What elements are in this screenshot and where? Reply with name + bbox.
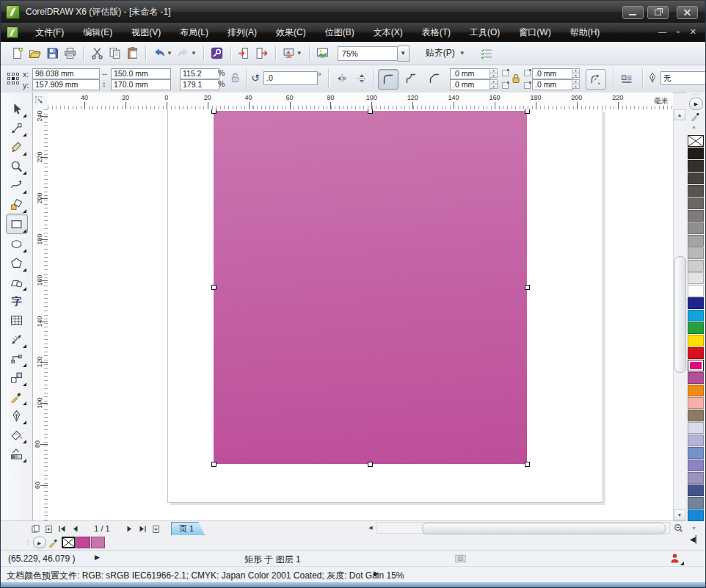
color-swatch[interactable] <box>688 173 704 184</box>
export-button[interactable] <box>253 45 271 62</box>
connector-tool[interactable] <box>7 349 27 368</box>
doc-close-button[interactable]: ✕ <box>690 27 696 36</box>
horizontal-scrollbar[interactable]: ◀ <box>365 521 686 534</box>
color-swatch[interactable] <box>688 197 704 209</box>
color-swatch[interactable] <box>688 435 704 446</box>
ruler-origin-corner[interactable] <box>33 92 48 110</box>
table-tool[interactable] <box>7 311 27 330</box>
palette-grip[interactable]: ⋯ <box>692 93 701 96</box>
color-profile-flyout-arrow[interactable]: ▶ <box>374 570 379 577</box>
round-corner-button[interactable] <box>378 69 399 90</box>
app-launcher-button[interactable] <box>280 45 298 62</box>
lock-ratio-icon[interactable] <box>230 72 241 84</box>
x-position-field[interactable]: 98.038 mm <box>32 68 100 79</box>
color-swatch[interactable] <box>688 335 704 346</box>
first-page-button[interactable] <box>55 523 68 534</box>
relative-corner-scaling-button[interactable] <box>586 69 606 90</box>
smart-fill-tool[interactable] <box>7 195 27 214</box>
color-swatch[interactable] <box>688 497 704 509</box>
corner-br-toggle[interactable] <box>524 82 531 89</box>
menu-arrange[interactable]: 排列(A) <box>218 24 266 40</box>
color-swatch[interactable] <box>688 285 704 297</box>
text-tool[interactable]: 字 <box>7 291 27 311</box>
launcher-drop-arrow[interactable]: ▼ <box>296 50 305 57</box>
selection-handle[interactable] <box>211 462 216 467</box>
scroll-down-button[interactable]: ▼ <box>674 509 685 520</box>
options-button[interactable] <box>478 46 495 62</box>
snap-dropdown-arrow[interactable]: ▼ <box>459 50 465 57</box>
ellipse-tool[interactable] <box>7 234 27 253</box>
color-swatch[interactable] <box>688 422 704 434</box>
menu-layout[interactable]: 布局(L) <box>170 24 218 40</box>
shape-tool[interactable] <box>7 118 27 137</box>
outline-pen-tool[interactable] <box>7 406 27 425</box>
corner-br-spinner[interactable]: ▾▴ <box>572 79 580 90</box>
menu-effects[interactable]: 效果(C) <box>266 24 316 40</box>
open-button[interactable] <box>26 45 43 62</box>
corner-bl-spinner[interactable]: ▾▴ <box>490 79 498 90</box>
palette-scroll-up-arrow[interactable]: ▲ <box>691 124 696 129</box>
selection-handle[interactable] <box>368 462 373 467</box>
y-position-field[interactable]: 157.909 mm <box>32 79 100 90</box>
edit-corners-together-lock-icon[interactable] <box>510 72 522 85</box>
outline-width-field[interactable]: 无 <box>660 71 706 85</box>
color-swatch[interactable] <box>688 310 704 322</box>
menu-file[interactable]: 文件(F) <box>26 24 73 40</box>
color-swatch[interactable] <box>688 372 704 384</box>
user-account-icon[interactable] <box>669 553 683 565</box>
color-swatch[interactable] <box>688 360 704 371</box>
mirror-horizontal-button[interactable] <box>332 69 352 88</box>
next-page-button[interactable] <box>123 523 136 534</box>
vertical-scroll-thumb[interactable] <box>674 256 686 373</box>
save-button[interactable] <box>43 45 61 62</box>
drawing-canvas[interactable] <box>48 109 673 520</box>
crop-tool[interactable] <box>7 137 27 156</box>
document-palette-grip[interactable]: ⁞ <box>27 539 29 546</box>
corner-bl-toggle[interactable] <box>502 82 509 89</box>
redo-button[interactable] <box>175 45 192 62</box>
previous-page-button[interactable] <box>68 523 81 534</box>
polygon-tool[interactable] <box>7 253 27 272</box>
corner-tr-toggle[interactable] <box>524 70 531 76</box>
undo-drop-arrow[interactable]: ▼ <box>167 50 175 57</box>
pick-tool[interactable] <box>7 99 27 118</box>
basic-shapes-tool[interactable] <box>7 272 27 291</box>
document-palette-eyedropper-icon[interactable] <box>48 537 59 548</box>
vertical-scrollbar[interactable]: ▲ ▼ <box>673 109 685 520</box>
corner-tr-spinner[interactable]: ▾▴ <box>572 68 580 79</box>
menu-window[interactable]: 窗口(W) <box>509 24 560 40</box>
welcome-screen-button[interactable] <box>314 45 332 62</box>
selection-handle[interactable] <box>211 285 216 290</box>
menu-help[interactable]: 帮助(H) <box>561 24 610 40</box>
freehand-tool[interactable] <box>7 175 27 195</box>
color-swatch[interactable] <box>688 460 704 471</box>
horizontal-ruler[interactable]: 4020020406080100120140160180200220毫米 <box>48 92 673 110</box>
interactive-fill-tool[interactable] <box>7 444 27 463</box>
menu-view[interactable]: 视图(V) <box>122 24 170 40</box>
zoom-tool[interactable] <box>7 156 27 175</box>
palette-flyout-button[interactable]: ▶ <box>689 98 703 110</box>
corner-tl-spinner[interactable]: ▾▴ <box>490 68 498 79</box>
palette-eyedropper-icon[interactable] <box>691 111 702 122</box>
doc-no-color-swatch[interactable] <box>62 537 76 548</box>
minimize-button[interactable] <box>622 6 644 19</box>
object-width-field[interactable]: 150.0 mm <box>111 68 171 79</box>
selection-handle[interactable] <box>525 109 530 114</box>
document-palette-flyout-button[interactable]: ▶ <box>33 537 46 548</box>
add-page-before-button[interactable] <box>42 523 55 534</box>
color-swatch[interactable] <box>688 247 704 259</box>
selection-handle[interactable] <box>368 109 373 114</box>
undo-button[interactable] <box>150 45 168 62</box>
color-swatch[interactable] <box>688 347 704 359</box>
no-color-swatch[interactable] <box>688 135 704 147</box>
doc-restore-button[interactable]: ▫ <box>677 27 680 36</box>
wrap-text-button[interactable] <box>618 69 636 88</box>
vertical-ruler[interactable]: 2402202001801601401201008060 <box>33 109 48 520</box>
corner-radius-tr-field[interactable]: .0 mm <box>532 68 573 79</box>
search-content-button[interactable] <box>208 45 226 62</box>
color-swatch[interactable] <box>688 210 704 222</box>
restore-button[interactable] <box>647 6 669 19</box>
copy-button[interactable] <box>106 45 123 62</box>
color-swatch[interactable] <box>688 509 704 521</box>
color-swatch[interactable] <box>688 410 704 421</box>
